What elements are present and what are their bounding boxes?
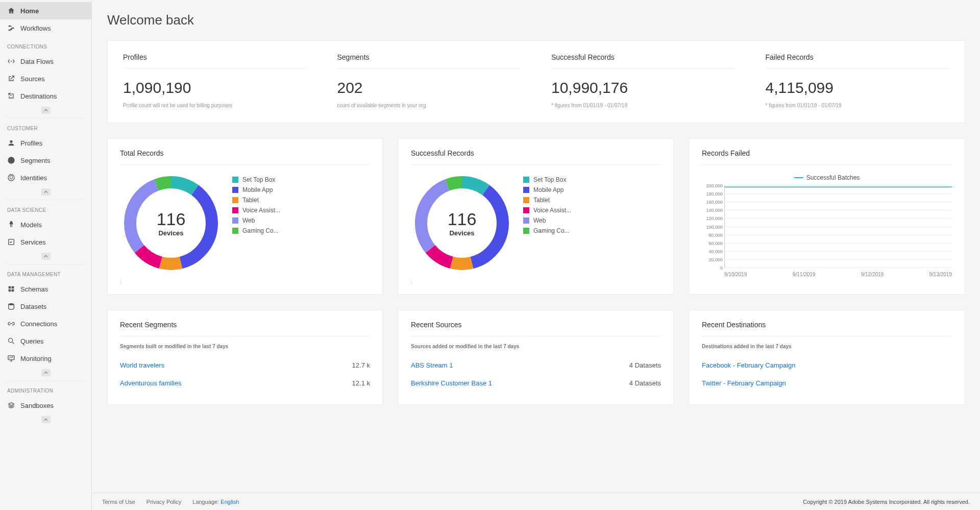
- sidebar-item-segments[interactable]: Segments: [0, 152, 91, 169]
- card-total-records: Total Records 116Devices Set Top BoxMobi…: [107, 138, 383, 295]
- swatch-icon: [232, 187, 238, 193]
- x-tick: 9/10/2019: [724, 272, 747, 277]
- card-subtitle: Sources added or modified in the last 7 …: [411, 344, 661, 349]
- swatch-icon: [523, 228, 529, 234]
- legend-label: Set Top Box: [533, 176, 567, 183]
- swatch-icon: [232, 177, 238, 183]
- swatch-icon: [232, 207, 238, 213]
- segment-icon: [7, 156, 15, 164]
- list-link[interactable]: World travelers: [120, 361, 164, 369]
- legend-label: Successful Batches: [806, 174, 860, 181]
- donut-value: 116: [448, 209, 477, 229]
- schema-icon: [7, 285, 15, 293]
- legend-row: Tablet: [232, 197, 280, 204]
- sidebar-item-label: Sandboxes: [20, 402, 54, 409]
- sidebar-item-data-flows[interactable]: Data Flows: [0, 53, 91, 70]
- sandbox-icon: [7, 401, 15, 409]
- footer-lang-value[interactable]: English: [220, 499, 239, 505]
- card-recent-destinations: Recent DestinationsDestinations added in…: [689, 310, 965, 405]
- linechart-legend: Successful Batches: [702, 174, 952, 181]
- summary-value: 10,990,176: [551, 79, 735, 96]
- summary-title: Failed Records: [766, 53, 949, 69]
- collapse-button[interactable]: [41, 107, 51, 114]
- y-tick: 0: [702, 265, 723, 271]
- y-tick: 60,000: [702, 241, 723, 246]
- list-link[interactable]: Adventurous families: [120, 379, 182, 387]
- legend-label: Tablet: [533, 197, 550, 204]
- legend-row: Gaming Co...: [523, 227, 571, 234]
- list-meta: 12.1 k: [352, 379, 370, 387]
- legend-label: Mobile App: [533, 186, 564, 193]
- swatch-icon: [523, 177, 529, 183]
- list-meta: 12.7 k: [352, 361, 370, 369]
- summary-cell-2: Successful Records10,990,176* figures fr…: [536, 41, 750, 123]
- summary-cell-0: Profiles1,090,190Profile count will not …: [108, 41, 322, 123]
- service-icon: [7, 238, 15, 246]
- sidebar-item-profiles[interactable]: Profiles: [0, 134, 91, 152]
- dataflow-icon: [7, 57, 15, 65]
- collapse-button[interactable]: [41, 253, 51, 260]
- sidebar-item-workflows[interactable]: Workflows: [0, 19, 91, 37]
- y-tick: 140,000: [702, 208, 723, 213]
- sidebar-item-models[interactable]: Models: [0, 216, 91, 233]
- legend: Set Top BoxMobile AppTabletVoice Assist.…: [523, 176, 571, 234]
- legend-label: Web: [242, 217, 255, 224]
- legend-row: Voice Assist...: [232, 207, 280, 214]
- sidebar-item-home[interactable]: Home: [0, 2, 91, 19]
- x-tick: 9/11/2019: [793, 272, 816, 277]
- list-link[interactable]: ABS Stream 1: [411, 361, 453, 369]
- sidebar-item-services[interactable]: Services: [0, 233, 91, 251]
- swatch-icon: [523, 187, 529, 193]
- sidebar-item-monitoring[interactable]: Monitoring: [0, 350, 91, 367]
- footer-terms[interactable]: Terms of Use: [102, 499, 135, 505]
- y-tick: 160,000: [702, 200, 723, 205]
- donut-value: 116: [157, 209, 186, 229]
- legend-row: Mobile App: [232, 186, 280, 193]
- sidebar-item-datasets[interactable]: Datasets: [0, 298, 91, 315]
- list-meta: 4 Datasets: [629, 379, 661, 387]
- sidebar-item-queries[interactable]: Queries: [0, 332, 91, 350]
- legend-label: Voice Assist...: [533, 207, 571, 214]
- legend-row: Tablet: [523, 197, 571, 204]
- sidebar-item-label: Schemas: [20, 285, 48, 293]
- list-link[interactable]: Berkshire Customer Base 1: [411, 379, 492, 387]
- content: Welcome back Profiles1,090,190Profile co…: [92, 0, 980, 493]
- legend-label: Tablet: [242, 197, 259, 204]
- sidebar-item-label: Segments: [20, 157, 51, 164]
- legend-label: Voice Assist...: [242, 207, 280, 214]
- model-icon: [7, 221, 15, 229]
- legend-row: Web: [232, 217, 280, 224]
- swatch-icon: [232, 228, 238, 234]
- card-records-failed: Records Failed Successful Batches 200,00…: [689, 138, 965, 295]
- sidebar-item-sources[interactable]: Sources: [0, 70, 91, 87]
- sidebar-item-connections[interactable]: Connections: [0, 315, 91, 332]
- collapse-button[interactable]: [41, 416, 51, 423]
- collapse-button[interactable]: [41, 188, 51, 196]
- list-meta: 4 Datasets: [629, 361, 661, 369]
- sidebar-item-label: Services: [20, 238, 46, 246]
- sidebar-item-sandboxes[interactable]: Sandboxes: [0, 397, 91, 414]
- footer: Terms of Use Privacy Policy Language: En…: [92, 493, 980, 510]
- y-tick: 20,000: [702, 257, 723, 262]
- x-tick: 9/13/2019: [929, 272, 952, 277]
- list-link[interactable]: Twitter - February Campaign: [702, 379, 786, 387]
- list-link[interactable]: Facebook - February Campaign: [702, 361, 796, 369]
- sidebar-item-schemas[interactable]: Schemas: [0, 280, 91, 298]
- sidebar-item-identities[interactable]: Identities: [0, 169, 91, 186]
- y-tick: 200,000: [702, 183, 723, 188]
- sidebar-header: DATA SCIENCE: [0, 202, 91, 216]
- sidebar-item-destinations[interactable]: Destinations: [0, 87, 91, 105]
- y-tick: 100,000: [702, 225, 723, 230]
- summary-value: 4,115,099: [766, 79, 949, 96]
- collapse-button[interactable]: [41, 369, 51, 376]
- card-successful-records: Successful Records 116Devices Set Top Bo…: [398, 138, 674, 295]
- x-tick: 9/12/2019: [861, 272, 884, 277]
- dataset-icon: [7, 302, 15, 310]
- legend-row: Gaming Co...: [232, 227, 280, 234]
- footer-privacy[interactable]: Privacy Policy: [146, 499, 181, 505]
- card-note: ;: [120, 278, 370, 284]
- identity-icon: [7, 174, 15, 182]
- legend-row: Voice Assist...: [523, 207, 571, 214]
- monitor-icon: [7, 354, 15, 362]
- sidebar-item-label: Sources: [20, 75, 45, 83]
